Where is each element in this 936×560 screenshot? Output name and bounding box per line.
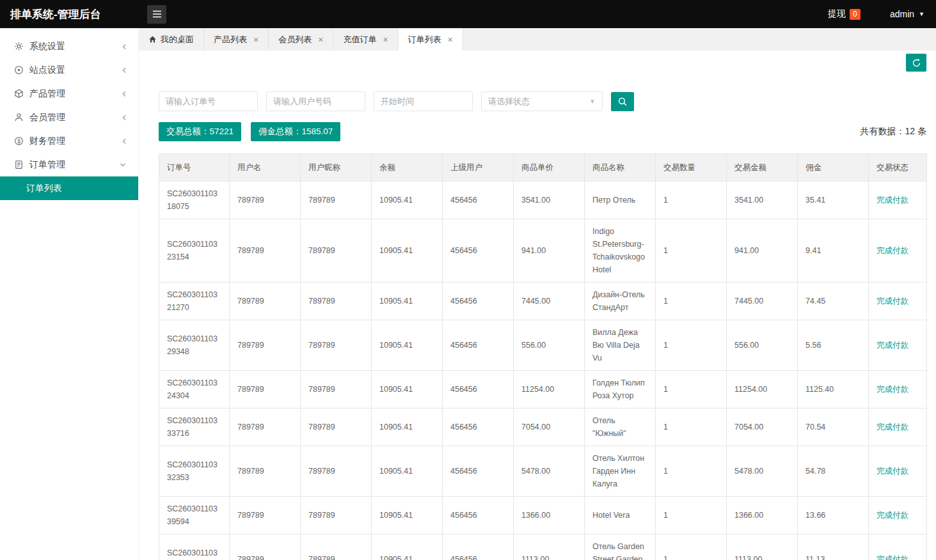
status-cell: 完成付款 xyxy=(869,408,927,446)
table-cell: 456456 xyxy=(443,446,514,497)
table-cell: Отель Garden Street Garden Street Hotel xyxy=(585,534,656,560)
withdraw-label: 提现 xyxy=(828,8,846,20)
table-cell: 556.00 xyxy=(514,320,585,371)
user-number-input[interactable] xyxy=(266,91,365,111)
chevron-left-icon xyxy=(122,43,127,51)
table-cell: 10905.41 xyxy=(372,446,443,497)
total-commission-badge[interactable]: 佣金总额：1585.07 xyxy=(251,122,340,141)
chevron-left-icon xyxy=(122,90,127,98)
table-cell: Дизайн-Отель СтандАрт xyxy=(585,283,656,320)
table-header-row: 订单号用户名用户昵称余额上级用户商品单价商品名称交易数量交易金额佣金交易状态 xyxy=(159,154,927,182)
close-icon[interactable]: × xyxy=(383,35,388,44)
sidebar-item-2[interactable]: 产品管理 xyxy=(0,82,138,105)
table-cell: 789789 xyxy=(301,371,372,408)
table-cell: 7445.00 xyxy=(514,283,585,320)
table-cell: 556.00 xyxy=(727,320,798,371)
column-header: 商品单价 xyxy=(514,154,585,182)
member-icon xyxy=(13,113,24,123)
table-cell: 10905.41 xyxy=(372,534,443,560)
chevron-down-icon: ▼ xyxy=(589,98,596,105)
status-cell: 完成付款 xyxy=(869,446,927,497)
close-icon[interactable]: × xyxy=(253,35,258,44)
refresh-icon xyxy=(912,58,921,68)
table-cell: 456456 xyxy=(443,534,514,560)
table-cell: 54.78 xyxy=(798,446,869,497)
sidebar-item-0[interactable]: 系统设置 xyxy=(0,35,138,58)
close-icon[interactable]: × xyxy=(448,35,453,44)
tab-3[interactable]: 充值订单× xyxy=(333,28,398,51)
sidebar-item-1[interactable]: 站点设置 xyxy=(0,58,138,82)
tab-label: 产品列表 xyxy=(214,34,247,45)
table-cell: 789789 xyxy=(230,182,301,219)
sidebar-item-5[interactable]: 订单管理 xyxy=(0,153,138,176)
tab-4[interactable]: 订单列表× xyxy=(399,28,463,51)
total-trade-badge[interactable]: 交易总额：57221 xyxy=(159,122,241,141)
sidebar-subitem[interactable]: 订单列表 xyxy=(0,176,138,200)
sidebar-item-label: 产品管理 xyxy=(29,88,122,100)
status-select[interactable]: 请选择状态 ▼ xyxy=(481,91,603,111)
table-cell: SC26030110323154 xyxy=(159,219,230,283)
table-cell: 11254.00 xyxy=(514,371,585,408)
table-cell: 7054.00 xyxy=(727,408,798,446)
product-icon xyxy=(13,89,24,99)
table-cell: 1366.00 xyxy=(514,497,585,534)
table-cell: 789789 xyxy=(230,219,301,283)
table-cell: 10905.41 xyxy=(372,219,443,283)
orders-table-wrap: 订单号用户名用户昵称余额上级用户商品单价商品名称交易数量交易金额佣金交易状态SC… xyxy=(159,153,926,560)
table-row: SC2603011032934878978978978910905.414564… xyxy=(159,320,927,371)
table-cell: 789789 xyxy=(230,497,301,534)
order-number-input[interactable] xyxy=(159,91,258,111)
tab-0[interactable]: 我的桌面 xyxy=(139,28,204,51)
search-button[interactable] xyxy=(611,92,634,111)
status-cell: 完成付款 xyxy=(869,534,927,560)
orders-table: 订单号用户名用户昵称余额上级用户商品单价商品名称交易数量交易金额佣金交易状态SC… xyxy=(159,153,927,560)
hamburger-icon xyxy=(152,10,162,18)
table-cell: Отель Хилтон Гарден Инн Калуга xyxy=(585,446,656,497)
column-header: 上级用户 xyxy=(443,154,514,182)
table-cell: Indigo St.Petersburg-Tchaikovskogo Hotel xyxy=(585,219,656,283)
table-row: SC2603011033393278978978978910905.414564… xyxy=(159,534,927,560)
table-cell: 456456 xyxy=(443,371,514,408)
tab-label: 订单列表 xyxy=(408,34,441,45)
sidebar-item-label: 系统设置 xyxy=(29,41,122,52)
table-cell: 3541.00 xyxy=(727,182,798,219)
table-cell: 5.56 xyxy=(798,320,869,371)
chevron-left-icon xyxy=(122,137,127,145)
user-menu[interactable]: admin ▼ xyxy=(890,9,924,19)
tab-2[interactable]: 会员列表× xyxy=(269,28,333,51)
top-bar: 排单系统-管理后台 提现 0 admin ▼ xyxy=(0,0,936,28)
table-cell: 456456 xyxy=(443,182,514,219)
table-cell: SC26030110324304 xyxy=(159,371,230,408)
refresh-row xyxy=(159,54,926,72)
table-row: SC2603011032430478978978978910905.414564… xyxy=(159,371,927,408)
column-header: 交易数量 xyxy=(656,154,727,182)
status-cell: 完成付款 xyxy=(869,371,927,408)
sidebar-item-3[interactable]: 会员管理 xyxy=(0,105,138,129)
sidebar: 系统设置站点设置产品管理会员管理$财务管理订单管理订单列表 xyxy=(0,28,139,560)
svg-text:$: $ xyxy=(17,138,20,144)
sidebar-item-label: 站点设置 xyxy=(29,65,122,76)
status-select-value: 请选择状态 xyxy=(488,96,530,107)
table-cell: 13.66 xyxy=(798,497,869,534)
tab-label: 充值订单 xyxy=(343,34,376,45)
hamburger-button[interactable] xyxy=(147,5,166,24)
withdraw-link[interactable]: 提现 0 xyxy=(828,8,861,20)
table-cell: 1 xyxy=(656,408,727,446)
sidebar-item-4[interactable]: $财务管理 xyxy=(0,129,138,153)
refresh-button[interactable] xyxy=(906,54,926,72)
tab-1[interactable]: 产品列表× xyxy=(204,28,269,51)
table-cell: 456456 xyxy=(443,320,514,371)
table-cell: 789789 xyxy=(301,182,372,219)
table-cell: 5478.00 xyxy=(514,446,585,497)
table-cell: 789789 xyxy=(301,497,372,534)
chevron-down-icon xyxy=(119,162,127,167)
table-row: SC2603011031807578978978978910905.414564… xyxy=(159,182,927,219)
withdraw-count-badge: 0 xyxy=(850,9,861,20)
table-cell: 789789 xyxy=(301,219,372,283)
close-icon[interactable]: × xyxy=(318,35,323,44)
table-row: SC2603011033959478978978978910905.414564… xyxy=(159,497,927,534)
table-cell: Петр Отель xyxy=(585,182,656,219)
start-time-input[interactable] xyxy=(374,91,473,111)
table-cell: 789789 xyxy=(230,408,301,446)
column-header: 交易金额 xyxy=(727,154,798,182)
